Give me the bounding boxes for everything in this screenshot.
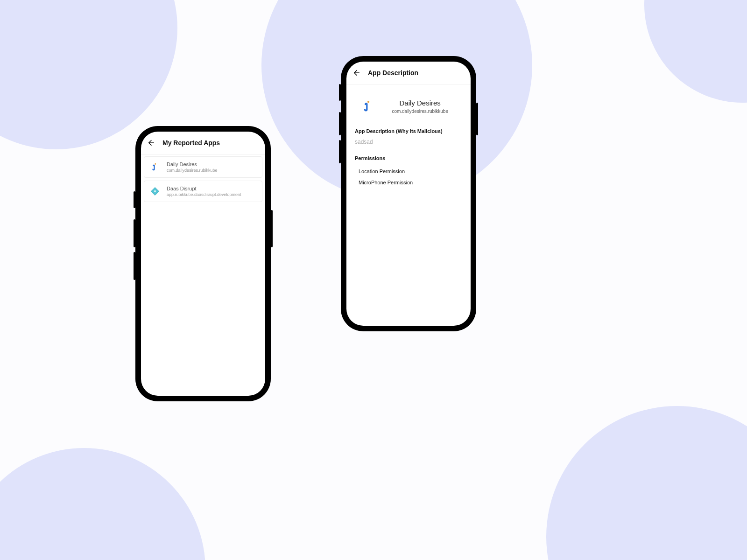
svg-point-5: [367, 101, 369, 103]
phone-side-button: [134, 219, 135, 247]
phone-side-button: [339, 84, 341, 101]
description-text: sadsad: [355, 139, 462, 145]
bg-circle: [546, 406, 747, 560]
screen-reported-apps: My Reported Apps Daily Desires com.daily…: [141, 132, 265, 396]
bg-circle: [0, 448, 205, 560]
svg-point-3: [154, 190, 156, 193]
app-header: App Description: [346, 62, 471, 84]
phone-side-button: [339, 140, 341, 163]
app-name: Daas Disrupt: [167, 186, 241, 191]
app-hero: Daily Desires com.dailydesires.rubikkube: [361, 98, 462, 114]
reported-app-row[interactable]: Daas Disrupt app.rubikkube.daasdisrupt.d…: [144, 181, 262, 202]
section-permissions-label: Permissions: [355, 155, 462, 161]
app-hero-text: Daily Desires com.dailydesires.rubikkube: [392, 99, 448, 114]
phone-side-button: [339, 112, 341, 135]
phone-side-button: [476, 103, 478, 135]
screen-app-description: App Description Daily Desires com.dailyd…: [346, 62, 471, 326]
back-arrow-icon[interactable]: [352, 68, 361, 77]
app-package: com.dailydesires.rubikkube: [392, 109, 448, 114]
app-name: Daily Desires: [167, 161, 218, 167]
phone-side-button: [271, 210, 273, 247]
reported-app-texts: Daas Disrupt app.rubikkube.daasdisrupt.d…: [167, 186, 241, 197]
app-header: My Reported Apps: [141, 132, 265, 154]
page-title: My Reported Apps: [162, 139, 220, 147]
app-name: Daily Desires: [392, 99, 448, 107]
section-description-label: App Description (Why Its Malicious): [355, 128, 462, 134]
phone-mockup-app-description: App Description Daily Desires com.dailyd…: [341, 56, 476, 331]
app-package: com.dailydesires.rubikkube: [167, 168, 218, 173]
app-detail-body: Daily Desires com.dailydesires.rubikkube…: [346, 84, 471, 197]
phone-side-button: [134, 191, 135, 208]
app-package: app.rubikkube.daasdisrupt.development: [167, 192, 241, 197]
back-arrow-icon[interactable]: [147, 138, 156, 147]
reported-app-texts: Daily Desires com.dailydesires.rubikkube: [167, 161, 218, 173]
app-d-icon: [361, 98, 374, 114]
svg-point-1: [155, 163, 156, 165]
app-d-icon: [150, 162, 160, 172]
permission-item: Location Permission: [355, 166, 462, 177]
reported-apps-list: Daily Desires com.dailydesires.rubikkube…: [141, 154, 265, 207]
reported-app-row[interactable]: Daily Desires com.dailydesires.rubikkube: [144, 156, 262, 178]
phone-mockup-reported-apps: My Reported Apps Daily Desires com.daily…: [135, 126, 271, 401]
permission-item: MicroPhone Permission: [355, 177, 462, 188]
phone-side-button: [134, 252, 135, 280]
bg-circle: [644, 0, 747, 103]
app-diamond-icon: [150, 186, 160, 196]
page-title: App Description: [368, 69, 418, 77]
